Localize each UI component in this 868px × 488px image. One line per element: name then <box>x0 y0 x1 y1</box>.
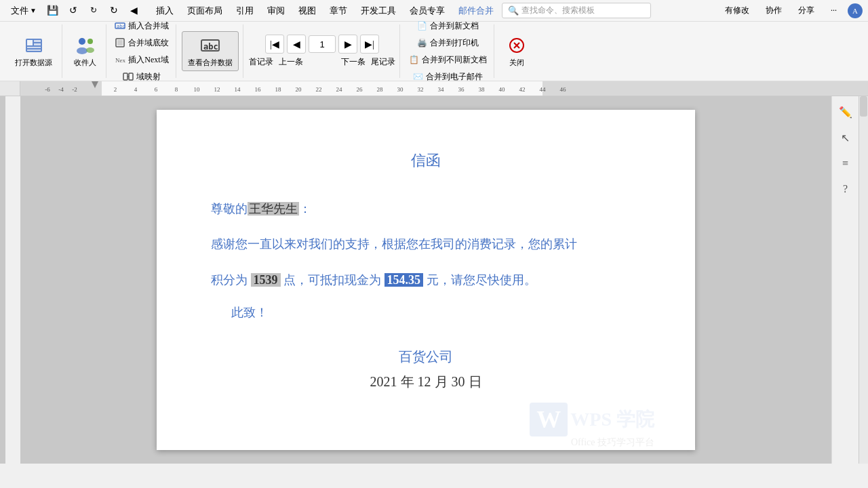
svg-text:32: 32 <box>418 86 424 93</box>
merge-to-print-btn[interactable]: 🖨️ 合并到打印机 <box>414 36 481 50</box>
svg-text:abc: abc <box>203 42 218 52</box>
right-sidebar: ✏️ ↖ ≡ ? <box>831 96 859 464</box>
svg-text:2: 2 <box>114 86 117 93</box>
search-placeholder: 查找命令、搜索模板 <box>521 5 595 16</box>
align-tool-btn[interactable]: ≡ <box>835 153 856 174</box>
svg-rect-26 <box>102 81 542 96</box>
points-value: 1539 <box>251 273 281 287</box>
first-label: 首记录 <box>249 56 273 68</box>
next-record-btn[interactable]: ▶ <box>338 35 357 54</box>
vertical-scrollbar[interactable] <box>859 96 868 464</box>
amount-value: 154.35 <box>384 273 424 287</box>
file-menu-chevron: ▼ <box>30 7 37 14</box>
merge-print-label: 合并到打印机 <box>430 37 479 49</box>
toolbar-group-merge-actions: 📄 合并到新文档 🖨️ 合并到打印机 📋 合并到不同新文档 ✉️ 合并到电子邮件 <box>401 24 494 78</box>
svg-text:38: 38 <box>479 86 486 93</box>
merge-new-doc-icon: 📄 <box>416 20 427 31</box>
menu-right-actions: 有修改 协作 分享 ··· A <box>719 3 863 18</box>
prev-record-btn[interactable]: ◀ <box>287 35 306 54</box>
merge-to-diff-doc-btn[interactable]: 📋 合并到不同新文档 <box>406 53 490 67</box>
last-record-btn[interactable]: ▶| <box>360 35 379 54</box>
merge-to-new-doc-btn[interactable]: 📄 合并到新文档 <box>414 19 481 33</box>
menu-view[interactable]: 视图 <box>293 3 321 18</box>
svg-rect-3 <box>34 43 41 45</box>
svg-text:24: 24 <box>336 86 343 93</box>
insert-next-field-btn[interactable]: Next 插入Next域 <box>112 53 171 67</box>
user-avatar[interactable]: A <box>848 3 863 18</box>
svg-rect-5 <box>27 49 41 51</box>
selection-tool-btn[interactable]: ↖ <box>835 127 856 148</box>
toolbar-group-close: 关闭 <box>496 24 538 78</box>
redo-btn[interactable]: ↻ <box>85 3 102 19</box>
view-merge-data-btn[interactable]: abc 查看合并数据 <box>182 31 239 71</box>
modify-btn[interactable]: 有修改 <box>719 3 755 18</box>
edit-tool-btn[interactable]: ✏️ <box>835 102 856 122</box>
svg-text:20: 20 <box>296 86 302 93</box>
search-box[interactable]: 🔍 查找命令、搜索模板 <box>502 3 651 18</box>
undo-btn[interactable]: ↺ <box>65 3 81 19</box>
svg-text:18: 18 <box>275 86 282 93</box>
toolbar-group-nav: |◀ ◀ 1 ▶ ▶| 首记录 上一条 下一条 尾记录 <box>245 24 400 78</box>
menu-insert[interactable]: 插入 <box>151 3 179 18</box>
ruler-row: -6 -4 -2 2 4 6 8 10 12 14 16 18 20 22 24… <box>0 81 868 96</box>
toolbar-group-recipients: 收件人 <box>64 24 106 78</box>
merge-diff-doc-label: 合并到不同新文档 <box>422 54 487 66</box>
repeat-btn[interactable]: ↻ <box>106 3 122 19</box>
scrollbar-thumb[interactable] <box>860 96 867 117</box>
nav-back-btn[interactable]: ◀ <box>126 3 142 19</box>
wps-logo-icon: W <box>530 403 568 436</box>
body-mid: 点，可抵扣现金为 <box>283 273 381 287</box>
menu-review[interactable]: 审阅 <box>262 3 290 18</box>
greeting-name: 王华先生 <box>248 202 299 216</box>
close-label: 关闭 <box>509 58 524 68</box>
file-menu[interactable]: 文件 ▼ <box>5 3 42 18</box>
svg-text:Next: Next <box>115 57 125 64</box>
merge-email-label: 合并到电子邮件 <box>426 71 483 83</box>
body-pre: 积分为 <box>211 273 248 287</box>
menu-dev-tools[interactable]: 开发工具 <box>355 3 401 18</box>
close-btn[interactable]: 关闭 <box>500 32 534 70</box>
letter-body-line1: 感谢您一直以来对我们的支持，根据您在我司的消费记录，您的累计 <box>211 233 641 255</box>
svg-text:16: 16 <box>255 86 262 93</box>
wps-watermark: W WPS 学院 Office 技巧学习平台 <box>530 403 654 436</box>
insert-next-field-label: 插入Next域 <box>128 54 168 66</box>
menu-member[interactable]: 会员专享 <box>404 3 450 18</box>
svg-text:abc: abc <box>117 24 125 29</box>
menu-mail-merge[interactable]: 邮件合并 <box>453 3 499 18</box>
letter-date: 2021 年 12 月 30 日 <box>211 373 641 391</box>
svg-point-7 <box>77 47 87 54</box>
recipients-label: 收件人 <box>74 58 96 68</box>
view-data-icon: abc <box>199 35 221 56</box>
svg-text:-6: -6 <box>45 86 50 93</box>
open-datasource-btn[interactable]: 打开数据源 <box>9 32 58 70</box>
collaborate-btn[interactable]: 协作 <box>760 3 787 18</box>
svg-text:34: 34 <box>438 86 445 93</box>
menu-chapter[interactable]: 章节 <box>324 3 353 18</box>
save-btn[interactable]: 💾 <box>45 3 61 19</box>
quick-access-toolbar: 💾 ↺ ↻ ↻ ◀ <box>45 3 142 19</box>
menu-reference[interactable]: 引用 <box>231 3 259 18</box>
insert-field-icon: abc <box>115 20 125 31</box>
insert-merge-field-btn[interactable]: abc 插入合并域 <box>112 19 172 33</box>
menu-page-layout[interactable]: 页面布局 <box>182 3 228 18</box>
merge-shade-btn[interactable]: 合并域底纹 <box>112 36 172 50</box>
greeting-text: 尊敬的 <box>211 202 248 216</box>
svg-text:8: 8 <box>175 86 178 93</box>
page-number-input[interactable]: 1 <box>309 35 336 53</box>
svg-rect-54 <box>5 96 20 464</box>
help-tool-btn[interactable]: ? <box>835 179 856 199</box>
svg-rect-4 <box>27 47 41 48</box>
svg-text:28: 28 <box>377 86 384 93</box>
share-btn[interactable]: 分享 <box>793 3 820 18</box>
insert-merge-field-label: 插入合并域 <box>128 20 169 32</box>
svg-text:44: 44 <box>540 86 547 93</box>
toolbar-group-datasource: 打开数据源 <box>5 24 62 78</box>
more-btn[interactable]: ··· <box>825 4 842 17</box>
recipients-btn[interactable]: 收件人 <box>68 32 102 70</box>
svg-rect-13 <box>117 40 123 45</box>
toolbar-group-view-data: abc 查看合并数据 <box>178 24 243 78</box>
svg-rect-15 <box>123 73 127 80</box>
merge-shade-label: 合并域底纹 <box>128 37 169 49</box>
first-record-btn[interactable]: |◀ <box>265 35 284 54</box>
svg-point-8 <box>87 39 93 44</box>
